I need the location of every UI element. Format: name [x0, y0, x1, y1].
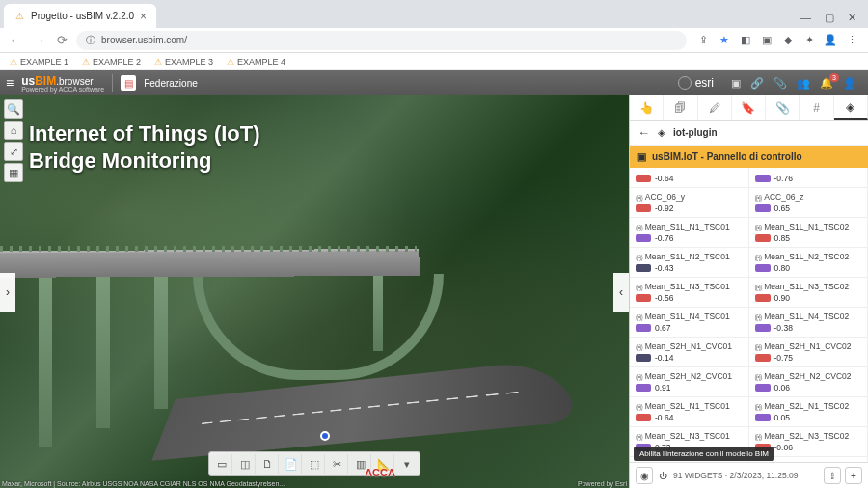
users-icon[interactable]: 👥	[797, 77, 810, 90]
bim-interact-button[interactable]: ◉	[636, 467, 653, 484]
status-chip	[636, 354, 651, 362]
home-tool-icon[interactable]: ⌂	[4, 121, 23, 140]
share-icon[interactable]: ⇪	[696, 34, 710, 46]
panel-footer: ◉ ⏻ 91 WIDGETS · 2/3/2023, 11:25:09 ⇪ +	[630, 462, 868, 488]
search-tool-icon[interactable]: 🔍	[4, 99, 23, 119]
status-chip	[636, 234, 651, 242]
sensor-card[interactable]: Mean_S1L_N1_TSC020.85	[749, 218, 869, 248]
bridge-pillar	[39, 274, 52, 447]
back-arrow-icon[interactable]: ←	[637, 125, 650, 140]
profile-icon[interactable]: 👤	[824, 34, 837, 46]
federation-label: Federazione	[144, 78, 198, 89]
tool-icon[interactable]: ✂	[327, 454, 348, 474]
sensor-card[interactable]: Mean_S2H_N1_CVC01-0.14	[630, 338, 749, 367]
tool-icon[interactable]: 📄	[281, 454, 302, 474]
minimize-icon[interactable]: —	[800, 12, 811, 24]
status-chip	[636, 175, 651, 182]
plugin-icon: ◈	[658, 127, 665, 138]
forward-icon[interactable]: →	[30, 33, 48, 47]
tab-plugin-icon[interactable]: ◈	[834, 95, 868, 120]
sensor-value: -0.56	[636, 293, 743, 303]
sensor-card[interactable]: ACC_06_y-0.92	[630, 188, 749, 218]
sensor-card[interactable]: Mean_S2L_N1_TSC020.05	[749, 397, 869, 427]
panel-breadcrumb: ← ◈ iot-plugin	[630, 121, 868, 146]
tab-favicon-icon: ⚠	[14, 11, 25, 22]
tool-icon[interactable]: ▭	[211, 454, 232, 474]
tab-icon[interactable]: 📎	[766, 95, 800, 120]
star-icon[interactable]: ★	[718, 34, 731, 46]
header-actions: ▣ 🔗 📎 👥 🔔3 👤	[725, 77, 862, 90]
address-bar[interactable]: ⓘ browser.usbim.com/	[76, 31, 687, 50]
tab-icon[interactable]: 🔖	[732, 95, 766, 120]
panel-expand-left-icon[interactable]: ›	[0, 273, 15, 312]
sensor-card[interactable]: Mean_S1L_N2_TSC020.80	[749, 248, 869, 278]
bookmark-item[interactable]: EXAMPLE 4	[227, 57, 285, 67]
back-icon[interactable]: ←	[6, 33, 24, 47]
tab-icon[interactable]: 🗐	[664, 95, 697, 120]
close-window-icon[interactable]: ✕	[848, 12, 856, 24]
ext-icon[interactable]: ◧	[739, 34, 752, 46]
export-button[interactable]: ⇪	[824, 467, 841, 484]
maximize-icon[interactable]: ▢	[825, 12, 834, 24]
tool-icon[interactable]: ▦	[4, 163, 23, 182]
sensor-card[interactable]: Mean_S2H_N2_CVC020.06	[749, 367, 869, 397]
sensor-card[interactable]: Mean_S1L_N4_TSC02-0.38	[749, 308, 869, 338]
tab-icon[interactable]: #	[800, 95, 833, 120]
bridge-pillar	[154, 274, 168, 409]
sensor-card[interactable]: Mean_S1L_N3_TSC01-0.56	[630, 278, 749, 308]
tab-icon[interactable]: 🖉	[698, 95, 732, 120]
reload-icon[interactable]: ⟳	[54, 33, 70, 47]
panel-tabs: 👆 🗐 🖉 🔖 📎 # ◈	[630, 95, 868, 121]
sensor-name: Mean_S1L_N3_TSC01	[636, 282, 743, 291]
sensor-card[interactable]: Mean_S1L_N2_TSC01-0.43	[630, 248, 749, 278]
sensor-name: Mean_S2L_N1_TSC02	[755, 401, 862, 411]
sensor-card[interactable]: Mean_S2H_N2_CVC010.91	[630, 367, 749, 397]
tab-close-icon[interactable]: ×	[140, 10, 147, 23]
sensor-value: -0.75	[755, 353, 862, 363]
tool-icon[interactable]: ⬚	[304, 454, 325, 474]
sensor-card[interactable]: Mean_S1L_N4_TSC010.67	[630, 308, 749, 338]
status-chip	[755, 324, 771, 332]
panel-expand-right-icon[interactable]: ‹	[613, 273, 629, 312]
sensor-name: Mean_S1L_N2_TSC02	[755, 252, 862, 261]
sensor-card[interactable]: Mean_S1L_N1_TSC01-0.76	[630, 218, 749, 248]
bookmark-item[interactable]: EXAMPLE 3	[154, 57, 213, 67]
browser-tab-strip: ⚠ Progetto - usBIM v.2.2.0 × — ▢ ✕	[0, 0, 868, 28]
user-icon[interactable]: 👤	[843, 77, 856, 90]
tool-icon[interactable]: 🗋	[258, 454, 279, 474]
sensor-card[interactable]: Mean_S1L_N3_TSC020.90	[749, 278, 869, 308]
clip-icon[interactable]: 📎	[773, 77, 787, 90]
layers-icon[interactable]: ▣	[731, 77, 741, 90]
browser-tab[interactable]: ⚠ Progetto - usBIM v.2.2.0 ×	[4, 4, 156, 28]
sensor-card[interactable]: -0.76	[749, 168, 869, 188]
link-icon[interactable]: 🔗	[750, 77, 764, 90]
add-widget-button[interactable]: +	[845, 467, 862, 484]
tool-icon[interactable]: ▾	[396, 454, 418, 474]
puzzle-icon[interactable]: ✦	[802, 34, 816, 46]
3d-viewport[interactable]: Internet of Things (IoT) Bridge Monitori…	[0, 95, 629, 488]
menu-dots-icon[interactable]: ⋮	[845, 34, 858, 46]
sensor-card[interactable]: -0.64	[630, 168, 749, 188]
location-marker-icon[interactable]	[320, 431, 330, 441]
tool-icon[interactable]: ◫	[234, 454, 256, 474]
hamburger-icon[interactable]: ≡	[6, 75, 14, 91]
bookmark-item[interactable]: EXAMPLE 2	[82, 57, 141, 67]
app-logo: usBIM.browser Powered by ACCA software	[21, 74, 104, 93]
tab-icon[interactable]: 👆	[630, 95, 664, 120]
ext-icon[interactable]: ◆	[781, 34, 795, 46]
main-area: Internet of Things (IoT) Bridge Monitori…	[0, 95, 868, 488]
bookmark-item[interactable]: EXAMPLE 1	[10, 57, 68, 67]
sensor-value: -0.76	[755, 174, 862, 183]
sensor-value: 0.65	[755, 203, 862, 213]
ext-icon[interactable]: ▣	[760, 34, 773, 46]
sensor-card[interactable]: Mean_S2L_N1_TSC01-0.64	[630, 397, 749, 427]
bell-icon[interactable]: 🔔3	[820, 77, 833, 90]
sensor-value: -0.38	[755, 323, 862, 333]
sensor-card[interactable]: Mean_S2H_N1_CVC02-0.75	[749, 338, 869, 367]
sensor-value: -0.64	[636, 174, 743, 183]
sensor-card[interactable]: ACC_06_z0.65	[749, 188, 869, 218]
expand-tool-icon[interactable]: ⤢	[4, 142, 23, 161]
panel-banner: ▣ usBIM.IoT - Pannello di controllo	[630, 146, 868, 168]
status-chip	[755, 294, 771, 302]
sensor-list[interactable]: -0.64-0.76ACC_06_y-0.92ACC_06_z0.65Mean_…	[630, 168, 868, 462]
